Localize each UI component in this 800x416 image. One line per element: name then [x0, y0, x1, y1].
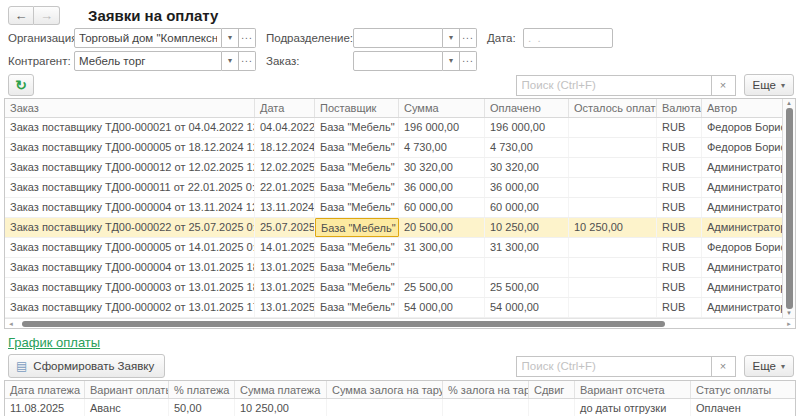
- create-request-label: Сформировать Заявку: [33, 360, 154, 372]
- date-input[interactable]: [523, 28, 613, 48]
- author-cell: Федоров Борис М: [702, 238, 782, 257]
- order-cell: Заказ поставщику ТД00-000012 от 12.02.20…: [5, 158, 255, 177]
- column-header-date[interactable]: Дата: [255, 99, 315, 117]
- currency-cell: RUB: [657, 158, 702, 177]
- order-filter-label: Заказ:: [266, 55, 349, 67]
- counterparty-input[interactable]: [74, 51, 222, 71]
- supplier-cell: База "Мебель": [315, 198, 399, 217]
- vertical-scrollbar[interactable]: ▲ ▼: [782, 99, 795, 318]
- schedule-more-button[interactable]: Еще ▾: [744, 355, 794, 377]
- pay-date-cell: 11.08.2025: [5, 399, 85, 416]
- counterparty-choose-button[interactable]: ...: [239, 51, 256, 71]
- column-header-remaining[interactable]: Осталось оплатить: [569, 99, 657, 117]
- department-input[interactable]: [353, 28, 443, 48]
- table-row[interactable]: Заказ поставщику ТД00-000005 от 14.01.20…: [5, 238, 782, 258]
- supplier-cell: База "Мебель": [315, 258, 399, 277]
- table-row-selected[interactable]: Заказ поставщику ТД00-000022 от 25.07.20…: [5, 218, 782, 238]
- column-header-author[interactable]: Автор: [702, 99, 782, 117]
- table-row[interactable]: Заказ поставщику ТД00-000021 от 04.04.20…: [5, 118, 782, 138]
- counterparty-combo: ▾ ...: [74, 51, 256, 71]
- horizontal-scroll-thumb[interactable]: [22, 321, 665, 327]
- organization-dropdown-button[interactable]: ▾: [222, 28, 239, 48]
- refresh-button[interactable]: ↻: [8, 74, 34, 96]
- order-cell: Заказ поставщику ТД00-000011 от 22.01.20…: [5, 178, 255, 197]
- column-header-currency[interactable]: Валюта: [657, 99, 702, 117]
- table-row[interactable]: Заказ поставщику ТД00-000004 от 13.11.20…: [5, 198, 782, 218]
- column-header-sum[interactable]: Сумма: [399, 99, 485, 117]
- horizontal-scrollbar[interactable]: ◄ ►: [5, 318, 795, 328]
- currency-cell: RUB: [657, 218, 702, 237]
- scroll-left-icon[interactable]: ◄: [8, 321, 14, 327]
- order-dropdown-button[interactable]: ▾: [443, 51, 460, 71]
- table-row[interactable]: Заказ поставщику ТД00-000003 от 13.01.20…: [5, 278, 782, 298]
- order-combo: ▾ ...: [353, 51, 477, 71]
- counterparty-dropdown-button[interactable]: ▾: [222, 51, 239, 71]
- pay-variant-cell: Аванс: [85, 399, 169, 416]
- chevron-down-icon: ▾: [449, 33, 453, 42]
- paid-cell: 31 300,00: [485, 238, 569, 257]
- back-button[interactable]: ←: [8, 6, 34, 25]
- column-header-pay-date[interactable]: Дата платежа: [5, 381, 85, 398]
- column-header-order[interactable]: Заказ: [5, 99, 255, 117]
- schedule-row[interactable]: 11.08.2025 Аванс 50,00 10 250,00 до даты…: [5, 399, 795, 416]
- column-header-pay-variant[interactable]: Вариант оплаты: [85, 381, 169, 398]
- column-header-deposit-amount[interactable]: Сумма залога на тару: [327, 381, 443, 398]
- vertical-scroll-thumb[interactable]: [786, 108, 793, 309]
- order-choose-button[interactable]: ...: [460, 51, 477, 71]
- filter-row-2: Контрагент: ▾ ... Заказ: ▾ ...: [0, 49, 800, 72]
- column-header-supplier[interactable]: Поставщик: [315, 99, 399, 117]
- table-row[interactable]: Заказ поставщику ТД00-000002 от 13.01.20…: [5, 298, 782, 318]
- department-dropdown-button[interactable]: ▾: [443, 28, 460, 48]
- forward-button[interactable]: →: [34, 6, 60, 25]
- search-clear-button[interactable]: ×: [712, 75, 736, 96]
- main-toolbar: ↻ × Еще ▾: [0, 72, 800, 98]
- table-row[interactable]: Заказ поставщику ТД00-000011 от 22.01.20…: [5, 178, 782, 198]
- schedule-search-clear-button[interactable]: ×: [712, 356, 736, 377]
- countdown-cell: до даты отгрузки: [575, 399, 691, 416]
- ellipsis-icon: ...: [462, 53, 473, 64]
- organization-label: Организация:: [8, 32, 70, 44]
- table-row[interactable]: Заказ поставщику ТД00-000005 от 18.12.20…: [5, 138, 782, 158]
- organization-choose-button[interactable]: ...: [239, 28, 256, 48]
- schedule-section-header: График оплаты: [0, 329, 800, 352]
- create-request-button[interactable]: ▤ Сформировать Заявку: [8, 354, 165, 378]
- more-button-label: Еще: [753, 79, 776, 91]
- author-cell: Администратор: [702, 178, 782, 197]
- department-choose-button[interactable]: ...: [460, 28, 477, 48]
- table-row[interactable]: Заказ поставщику ТД00-000012 от 12.02.20…: [5, 158, 782, 178]
- close-icon: ×: [720, 79, 726, 91]
- column-header-pay-amount[interactable]: Сумма платежа: [235, 381, 327, 398]
- more-button[interactable]: Еще ▾: [744, 74, 794, 96]
- scroll-up-icon[interactable]: ▲: [786, 100, 792, 107]
- schedule-search-input[interactable]: [516, 356, 712, 377]
- search-input[interactable]: [516, 75, 712, 96]
- scroll-down-icon[interactable]: ▼: [786, 310, 792, 317]
- paid-cell: 54 000,00: [485, 298, 569, 317]
- payment-schedule-link[interactable]: График оплаты: [8, 335, 100, 350]
- orders-table: Заказ Дата Поставщик Сумма Оплачено Оста…: [4, 98, 796, 329]
- table-row[interactable]: Заказ поставщику ТД00-000004 от 13.01.20…: [5, 258, 782, 278]
- column-header-paid[interactable]: Оплачено: [485, 99, 569, 117]
- sum-cell: 36 000,00: [399, 178, 485, 197]
- date-cell: 14.01.2025: [255, 238, 315, 257]
- column-header-status[interactable]: Статус оплаты: [691, 381, 795, 398]
- column-header-countdown[interactable]: Вариант отсчета: [575, 381, 691, 398]
- scroll-right-icon[interactable]: ►: [786, 321, 792, 327]
- organization-input[interactable]: [74, 28, 222, 48]
- column-header-shift[interactable]: Сдвиг: [529, 381, 575, 398]
- order-input[interactable]: [353, 51, 443, 71]
- date-cell: 13.01.2025: [255, 258, 315, 277]
- currency-cell: RUB: [657, 118, 702, 137]
- currency-cell: RUB: [657, 178, 702, 197]
- chevron-down-icon: ▾: [228, 33, 232, 42]
- column-header-pay-pct[interactable]: % платежа: [169, 381, 235, 398]
- author-cell: Администратор: [702, 278, 782, 297]
- pay-pct-cell: 50,00: [169, 399, 235, 416]
- sum-cell: 25 500,00: [399, 278, 485, 297]
- sum-cell: 20 500,00: [399, 218, 485, 237]
- order-cell: Заказ поставщику ТД00-000004 от 13.11.20…: [5, 198, 255, 217]
- remaining-cell: [569, 198, 657, 217]
- remaining-cell: [569, 178, 657, 197]
- column-header-deposit-pct[interactable]: % залога на тару: [443, 381, 529, 398]
- author-cell: Администратор: [702, 158, 782, 177]
